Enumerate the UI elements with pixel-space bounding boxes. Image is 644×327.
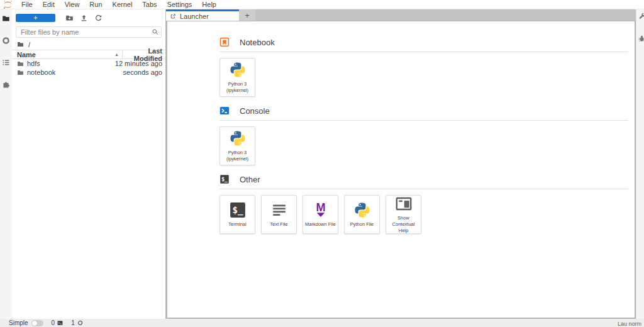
home-folder-icon[interactable] — [17, 41, 24, 48]
running-circle-icon — [2, 36, 10, 45]
sidebar-item-running-sessions[interactable] — [2, 36, 10, 47]
filter-files-wrapper — [16, 26, 162, 38]
file-row-hdfs[interactable]: hdfs 12 minutes ago — [12, 59, 165, 68]
contextual-help-icon — [395, 195, 413, 213]
jupyter-logo-icon — [3, 0, 13, 9]
menu-settings[interactable]: Settings — [162, 1, 197, 8]
markdown-icon — [312, 201, 330, 219]
card-label: Text File — [270, 221, 288, 228]
new-launcher-button[interactable]: + — [16, 14, 55, 22]
text-file-icon — [270, 201, 288, 219]
menu-kernel[interactable]: Kernel — [108, 1, 138, 8]
list-icon — [2, 58, 10, 67]
debugger-icon[interactable] — [638, 35, 644, 43]
running-terminals-indicator[interactable]: 0 — [52, 319, 64, 326]
kernel-circle-icon — [77, 320, 83, 326]
sidebar-item-file-browser[interactable] — [2, 14, 10, 25]
left-activity-bar — [0, 9, 12, 319]
card-label: Terminal — [228, 221, 246, 228]
add-tab-button[interactable]: + — [239, 9, 255, 21]
terminal-icon — [57, 320, 63, 326]
sort-ascending-icon: ▲ — [114, 52, 119, 57]
launcher-card-console-python3[interactable]: Python 3 (ipykernel) — [219, 126, 255, 165]
section-title: Other — [240, 175, 260, 184]
launcher-tab-icon — [170, 13, 176, 19]
launcher-card-notebook-python3[interactable]: Python 3 (ipykernel) — [219, 58, 255, 97]
terminal-icon — [219, 174, 230, 184]
kernels-count: 1 — [71, 319, 75, 326]
console-icon — [219, 106, 230, 116]
launcher-card-terminal[interactable]: Terminal — [219, 195, 255, 234]
launcher-section-console: Console Python 3 (ipykernel) — [219, 106, 628, 165]
folder-icon — [17, 60, 24, 67]
right-activity-bar — [636, 9, 644, 319]
menu-view[interactable]: View — [60, 1, 85, 8]
menu-help[interactable]: Help — [197, 1, 221, 8]
python-logo-icon — [229, 130, 247, 147]
file-browser-panel: + / Name ▲ Last Modified hdfs 12 minutes… — [12, 9, 166, 319]
status-right-text: Lau norm — [618, 321, 641, 327]
filter-files-input[interactable] — [16, 26, 162, 38]
folder-icon — [17, 69, 24, 76]
status-bar: Simple 0 1 Lau norm — [0, 319, 644, 327]
launcher-card-contextual-help[interactable]: Show Contextual Help — [386, 195, 421, 234]
python-logo-icon — [353, 201, 371, 219]
sidebar-item-table-of-contents[interactable] — [2, 58, 10, 69]
menu-file[interactable]: File — [16, 1, 38, 8]
file-modified: 12 minutes ago — [115, 60, 165, 67]
section-title: Notebook — [240, 38, 275, 47]
card-label: Python 3 (ipykernel) — [221, 81, 254, 94]
refresh-icon[interactable] — [94, 14, 103, 22]
file-name: hdfs — [27, 60, 40, 67]
simple-mode-toggle[interactable] — [31, 320, 43, 326]
tab-bar: Launcher + — [166, 9, 636, 21]
puzzle-icon — [2, 80, 10, 89]
terminal-icon — [229, 201, 247, 219]
menu-run[interactable]: Run — [84, 1, 107, 8]
launcher-section-other: Other Terminal Text File M — [219, 174, 628, 234]
file-browser-toolbar: + — [12, 9, 165, 25]
launcher-section-notebook: Notebook Python 3 (ipykernel) — [219, 37, 628, 97]
file-name: notebook — [27, 69, 55, 76]
python-logo-icon — [229, 61, 247, 79]
card-label: Python File — [350, 221, 374, 228]
launcher-panel: Notebook Python 3 (ipykernel) Console — [166, 21, 636, 319]
tab-label: Launcher — [180, 13, 209, 20]
upload-icon[interactable] — [80, 14, 88, 22]
section-header: Console — [219, 106, 628, 121]
section-header: Other — [219, 174, 628, 189]
search-icon — [152, 28, 158, 35]
sidebar-item-extensions[interactable] — [2, 80, 10, 91]
menu-edit[interactable]: Edit — [38, 1, 60, 8]
folder-icon — [2, 14, 10, 23]
launcher-card-text-file[interactable]: Text File — [261, 195, 297, 234]
column-name-label: Name — [17, 51, 36, 58]
property-inspector-icon[interactable] — [638, 12, 644, 20]
new-folder-icon[interactable] — [65, 14, 74, 22]
file-list-header: Name ▲ Last Modified — [12, 50, 165, 59]
section-header: Notebook — [219, 37, 628, 52]
breadcrumb-root[interactable]: / — [28, 41, 30, 48]
simple-mode-label: Simple — [9, 319, 28, 326]
notebook-icon — [219, 37, 230, 47]
menu-bar: File Edit View Run Kernel Tabs Settings … — [0, 0, 644, 9]
section-title: Console — [240, 106, 270, 116]
launcher-card-markdown-file[interactable]: Markdown File — [303, 195, 338, 234]
terminals-count: 0 — [52, 319, 55, 326]
running-kernels-indicator[interactable]: 1 — [71, 319, 83, 326]
card-label: Python 3 (ipykernel) — [221, 150, 254, 162]
tab-launcher[interactable]: Launcher — [166, 9, 239, 21]
column-header-name[interactable]: Name ▲ — [12, 50, 123, 58]
card-label: Markdown File — [305, 221, 336, 228]
menu-tabs[interactable]: Tabs — [137, 1, 162, 8]
file-modified: seconds ago — [123, 69, 165, 76]
launcher-card-python-file[interactable]: Python File — [344, 195, 380, 234]
file-row-notebook[interactable]: notebook seconds ago — [12, 68, 165, 77]
card-label: Show Contextual Help — [387, 215, 420, 233]
